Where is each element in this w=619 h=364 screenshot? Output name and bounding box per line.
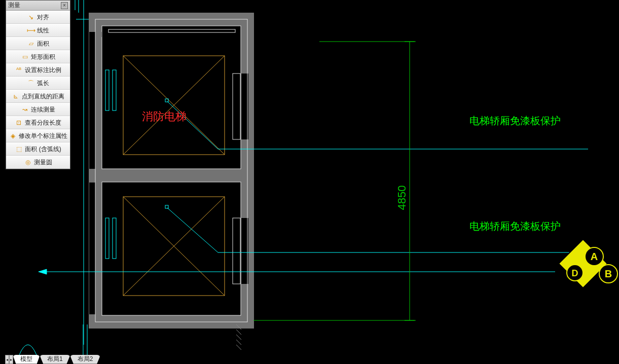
svg-rect-21 <box>105 218 109 259</box>
measure-rect-area[interactable]: ▭ 矩形面积 <box>6 50 70 63</box>
annotation-2: 电梯轿厢免漆板保护 <box>469 221 561 232</box>
svg-rect-9 <box>89 32 95 169</box>
scale-icon: ᴬᴮ <box>15 66 23 74</box>
door-leafs <box>105 70 116 259</box>
palette-header[interactable]: 测量 × <box>6 1 70 11</box>
measure-scale[interactable]: ᴬᴮ 设置标注比例 <box>6 63 70 77</box>
edit-dim-icon: ◈ <box>9 132 17 140</box>
rect-area-icon: ▭ <box>21 53 29 61</box>
measure-label: 设置标注比例 <box>25 66 61 75</box>
measure-label: 查看分段长度 <box>25 119 61 127</box>
svg-rect-13 <box>102 26 241 169</box>
measure-label: 面积 (含弧线) <box>25 145 61 154</box>
measure-label: 对齐 <box>37 13 49 22</box>
measure-edit-dim[interactable]: ◈ 修改单个标注属性 <box>6 129 70 142</box>
tab-label: 布局2 <box>78 355 93 363</box>
align-icon: ↘ <box>27 13 35 21</box>
tab-layout2[interactable]: 布局2 <box>70 355 101 364</box>
tab-model[interactable]: 模型 <box>13 355 40 364</box>
measure-label: 测量圆 <box>34 158 52 167</box>
view-d: D <box>572 268 578 278</box>
close-icon[interactable]: × <box>61 2 68 9</box>
dimension-value: 4850 <box>395 186 408 210</box>
svg-rect-10 <box>89 183 95 314</box>
annotation-1: 电梯轿厢免漆板保护 <box>469 115 561 126</box>
circle-measure-icon: ◎ <box>24 158 32 166</box>
measure-linear[interactable]: ⟼ 线性 <box>6 24 70 37</box>
measure-segment-length[interactable]: ⊡ 查看分段长度 <box>6 116 70 129</box>
fire-elevator-label: 消防电梯 <box>142 110 187 123</box>
point-line-icon: ⊾ <box>12 92 20 100</box>
svg-line-42 <box>236 335 241 340</box>
dimension-vertical <box>253 42 416 320</box>
tab-nav-next[interactable]: ▸ <box>9 355 13 364</box>
svg-marker-32 <box>39 269 47 274</box>
measure-label: 弧长 <box>37 79 49 88</box>
arc-length-icon: ⌒ <box>27 79 35 87</box>
tab-label: 模型 <box>20 355 32 363</box>
svg-rect-19 <box>105 70 109 111</box>
view-b: B <box>605 268 612 279</box>
measure-label: 矩形面积 <box>31 53 55 61</box>
tab-label: 布局1 <box>47 355 63 363</box>
segment-length-icon: ⊡ <box>15 119 23 127</box>
tab-layout1[interactable]: 布局1 <box>40 355 70 364</box>
measure-circle[interactable]: ◎ 测量圆 <box>6 156 70 169</box>
measure-palette[interactable]: 测量 × ↘ 对齐 ⟼ 线性 ▱ 面积 ▭ 矩形面积 ᴬᴮ 设置标注比例 ⌒ 弧… <box>6 0 70 169</box>
measure-area-arc[interactable]: ⬚ 面积 (含弧线) <box>6 142 70 156</box>
palette-title: 测量 <box>8 1 20 10</box>
svg-line-44 <box>236 345 241 350</box>
svg-rect-20 <box>113 70 116 111</box>
measure-area[interactable]: ▱ 面积 <box>6 37 70 50</box>
view-a: A <box>591 251 598 262</box>
elevator-cabin-2 <box>123 197 225 296</box>
area-arc-icon: ⬚ <box>15 145 23 153</box>
measure-arc[interactable]: ⌒ 弧长 <box>6 77 70 90</box>
svg-line-41 <box>236 330 241 335</box>
layout-tabs: ◂ ▸ 模型 布局1 布局2 <box>0 353 100 364</box>
svg-line-43 <box>236 340 241 345</box>
continuous-icon: ↝ <box>21 105 29 114</box>
measure-continuous[interactable]: ↝ 连续测量 <box>6 103 70 116</box>
measure-point-line[interactable]: ⊾ 点到直线的距离 <box>6 90 70 103</box>
svg-rect-30 <box>165 205 168 208</box>
elevator-cabin-1 <box>123 56 225 155</box>
svg-rect-7 <box>101 169 241 182</box>
view-compass[interactable]: A B D <box>559 239 617 288</box>
measure-label: 连续测量 <box>31 105 55 114</box>
svg-rect-18 <box>233 218 240 284</box>
tab-nav-prev[interactable]: ◂ <box>5 355 9 364</box>
linear-icon: ⟼ <box>27 26 35 34</box>
svg-rect-22 <box>113 218 116 259</box>
area-icon: ▱ <box>27 40 35 48</box>
measure-label: 点到直线的距离 <box>22 92 64 101</box>
measure-align[interactable]: ↘ 对齐 <box>6 11 70 24</box>
measure-label: 修改单个标注属性 <box>19 132 67 140</box>
leader-lines <box>39 101 588 274</box>
cad-canvas[interactable]: 消防电梯 电梯轿厢免漆板保护 电梯轿厢免漆板保护 4850 A B D <box>0 0 619 364</box>
svg-rect-17 <box>233 74 240 139</box>
measure-label: 面积 <box>37 40 49 48</box>
measure-label: 线性 <box>37 26 49 35</box>
